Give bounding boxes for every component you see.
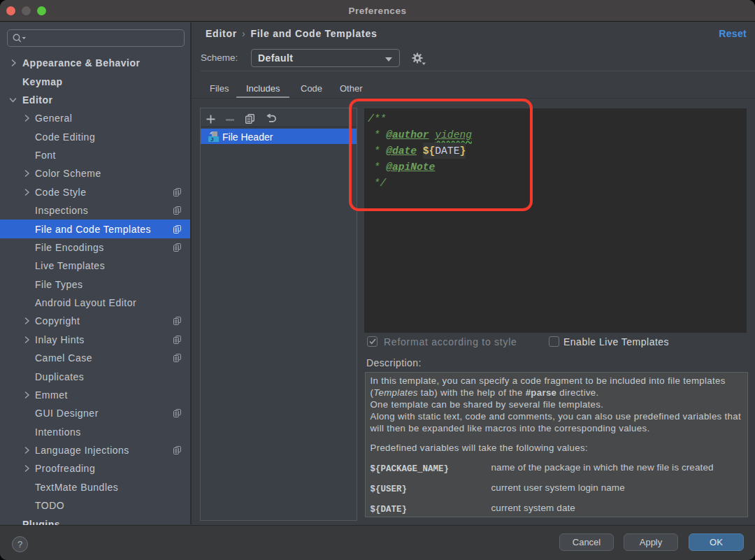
svg-text:J: J bbox=[210, 136, 213, 143]
